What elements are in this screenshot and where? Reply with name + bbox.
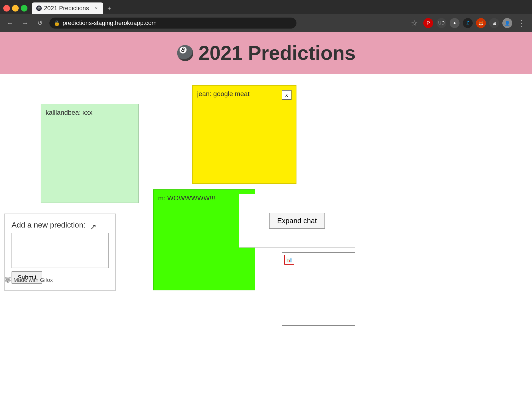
main-content: kalilandbea: xxx jean: google meat x m: … [0,74,532,403]
prediction-textarea[interactable] [12,233,109,268]
expand-chat-panel: Expand chat [239,194,355,248]
url-bar[interactable]: 🔒 predictions-staging.herokuapp.com [49,18,296,29]
widget-icon: 📊 [284,255,294,265]
traffic-lights [3,5,27,12]
extension-icon-1[interactable]: P [423,18,433,28]
gifox-badge: 🐺 Made with Gifox [4,277,53,283]
sticky-note-yellow-text: jean: google meat [197,90,250,98]
sticky-note-bright-green-text: m: WOWWWWW!!! [158,194,215,202]
extension-icon-5[interactable]: 🦊 [476,18,486,28]
active-tab[interactable]: 🎱 2021 Predictions × [32,2,103,14]
tab-bar: 🎱 2021 Predictions × + [0,0,532,14]
extension-icon-4[interactable]: Z [463,18,473,28]
widget-icon-inner: 📊 [286,257,292,263]
bookmark-button[interactable]: ☆ [409,18,420,29]
form-label: Add a new prediction: [12,221,109,229]
page-title: 2021 Predictions [198,42,355,64]
forward-button[interactable]: → [20,18,31,28]
header-emoji: 🎱 [176,45,194,61]
toolbar-icons: ☆ P UD ● Z 🦊 ⊞ 👤 ⋮ [409,18,528,29]
new-tab-button[interactable]: + [104,3,114,13]
gifox-label: Made with Gifox [13,277,53,283]
tab-title: 2021 Predictions [44,5,89,12]
tab-close-button[interactable]: × [94,5,99,12]
menu-button[interactable]: ⋮ [516,18,528,29]
minimize-traffic-light[interactable] [12,5,19,12]
page: 🎱 2021 Predictions kalilandbea: xxx jean… [0,32,532,415]
widget-box: 📊 [282,252,355,326]
lock-icon: 🔒 [54,20,60,26]
extensions-button[interactable]: ⊞ [489,18,499,28]
tab-favicon: 🎱 [36,5,42,11]
close-traffic-light[interactable] [3,5,10,12]
sticky-note-yellow: jean: google meat x [192,85,296,184]
gifox-icon: 🐺 [4,277,11,283]
extension-icon-2[interactable]: UD [436,18,446,28]
address-bar: ← → ↺ 🔒 predictions-staging.herokuapp.co… [0,14,532,32]
sticky-note-yellow-header: jean: google meat x [197,90,292,100]
reload-button[interactable]: ↺ [35,18,45,28]
profile-avatar[interactable]: 👤 [502,18,512,28]
url-text: predictions-staging.herokuapp.com [63,19,156,27]
sticky-note-green-light-text: kalilandbea: xxx [46,109,93,116]
extension-icon-3[interactable]: ● [450,18,460,28]
page-header: 🎱 2021 Predictions [0,32,532,74]
back-button[interactable]: ← [4,18,15,28]
sticky-note-green-light: kalilandbea: xxx [41,104,139,203]
maximize-traffic-light[interactable] [21,5,27,12]
browser-chrome: 🎱 2021 Predictions × + ← → ↺ 🔒 predictio… [0,0,532,32]
sticky-note-yellow-close[interactable]: x [282,90,292,100]
expand-chat-button[interactable]: Expand chat [269,213,325,229]
